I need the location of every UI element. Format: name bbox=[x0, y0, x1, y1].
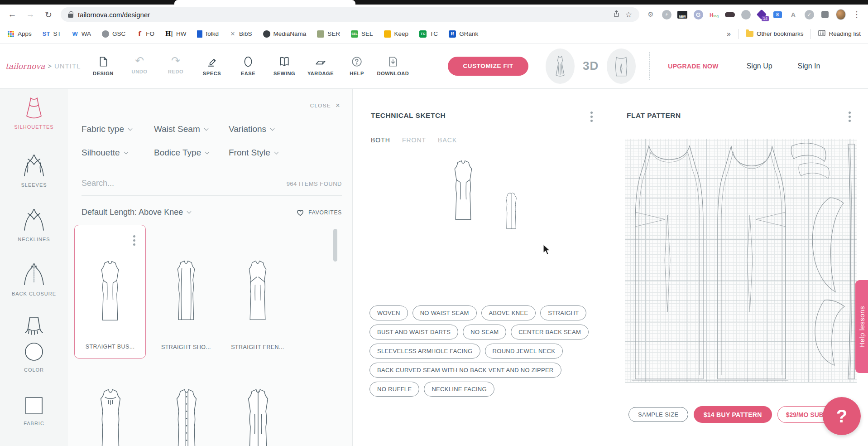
bookmark-item[interactable]: Keep bbox=[384, 30, 409, 38]
bookmark-item[interactable]: ✕BibS bbox=[230, 30, 252, 38]
address-bar[interactable]: tailornova.com/designer ☆ bbox=[61, 7, 639, 22]
tag-pill[interactable]: WOVEN bbox=[369, 305, 408, 320]
silhouette-card[interactable]: STRAIGHT SHO... bbox=[150, 225, 222, 359]
puzzle-extensions-icon[interactable] bbox=[820, 10, 830, 19]
variations-dropdown[interactable]: Variations bbox=[229, 124, 301, 134]
fabric-type-dropdown[interactable]: Fabric type bbox=[82, 124, 154, 134]
lock-icon[interactable] bbox=[68, 11, 73, 18]
front-style-dropdown[interactable]: Front Style bbox=[229, 148, 301, 158]
bookmark-item[interactable]: SER bbox=[317, 30, 340, 38]
url-text[interactable]: tailornova.com/designer bbox=[78, 11, 150, 19]
check-extension-icon[interactable]: ✓ bbox=[804, 10, 814, 19]
tag-pill[interactable]: NO RUFFLE bbox=[369, 382, 419, 397]
help-button[interactable]: HELP bbox=[342, 56, 372, 76]
bookmark-item[interactable]: WWA bbox=[72, 30, 91, 38]
tag-pill[interactable]: ROUND JEWEL NECK bbox=[485, 344, 563, 359]
list-scrollbar[interactable] bbox=[333, 229, 337, 262]
forward-button[interactable]: → bbox=[24, 10, 36, 19]
tag-pill[interactable]: STRAIGHT bbox=[540, 305, 586, 320]
back-button[interactable]: ← bbox=[6, 10, 18, 19]
customize-fit-button[interactable]: CUSTOMIZE FIT bbox=[448, 57, 528, 76]
flash-extension-icon[interactable]: ⚡ bbox=[662, 10, 671, 19]
pattern-grid-canvas[interactable] bbox=[625, 139, 857, 383]
silhouette-card[interactable]: STRAIGHT FREN... bbox=[222, 225, 293, 359]
tag-pill[interactable]: ABOVE KNEE bbox=[481, 305, 536, 320]
sidebar-item-sleeves[interactable]: SLEEVES bbox=[0, 153, 68, 188]
bookmark-item[interactable]: H|HW bbox=[165, 30, 187, 38]
upgrade-now-link[interactable]: UPGRADE NOW bbox=[668, 63, 718, 70]
tab-both[interactable]: BOTH bbox=[371, 136, 390, 144]
bookmark-item[interactable]: TCTC bbox=[419, 30, 438, 38]
tag-extension-icon[interactable]: 8 bbox=[772, 10, 782, 19]
waist-seam-dropdown[interactable]: Waist Seam bbox=[154, 124, 229, 134]
tag-pill[interactable]: CENTER BACK SEAM bbox=[511, 325, 589, 339]
share-icon[interactable] bbox=[613, 10, 621, 20]
search-input[interactable] bbox=[82, 179, 287, 188]
mask-extension-icon[interactable] bbox=[725, 10, 735, 19]
tag-pill[interactable]: BUST AND WAIST DARTS bbox=[369, 325, 458, 339]
pinned-extension-icon[interactable]: 14 bbox=[757, 10, 767, 19]
tag-pill[interactable]: SLEEVELESS ARMHOLE FACING bbox=[369, 344, 480, 359]
sample-size-button[interactable]: SAMPLE SIZE bbox=[628, 407, 688, 422]
bookmark-item[interactable]: folkd bbox=[197, 30, 219, 38]
sidebar-item-silhouettes[interactable]: SILHOUETTES bbox=[0, 96, 68, 130]
bookmark-item[interactable]: RGRank bbox=[449, 30, 478, 38]
silhouette-card-selected[interactable]: STRAIGHT BUS... bbox=[74, 225, 146, 359]
buy-pattern-button[interactable]: $14 BUY PATTERN bbox=[694, 406, 772, 423]
sidebar-item-ruffles[interactable] bbox=[0, 315, 68, 336]
design-button[interactable]: DESIGN bbox=[88, 56, 118, 76]
close-panel-button[interactable]: CLOSE× bbox=[310, 102, 340, 110]
silhouette-dropdown[interactable]: Silhouette bbox=[82, 148, 154, 158]
tag-pill[interactable]: BACK CURVED SEAM WITH NO BACK VENT AND N… bbox=[369, 363, 561, 378]
panel-menu-icon[interactable] bbox=[849, 112, 851, 122]
default-length-dropdown[interactable]: Default Length: Above Knee bbox=[82, 208, 191, 217]
download-button[interactable]: DOWNLOAD bbox=[378, 56, 408, 76]
undo-button[interactable]: ↶ UNDO bbox=[125, 56, 154, 76]
bookmark-item[interactable]: SELSEL bbox=[351, 30, 373, 38]
tag-pill[interactable]: NO SEAM bbox=[463, 325, 506, 339]
browser-menu-icon[interactable]: ⋮ bbox=[852, 10, 862, 19]
sidebar-item-fabric[interactable]: FABRIC bbox=[0, 395, 68, 426]
help-floating-button[interactable]: ? bbox=[823, 397, 861, 435]
bookmark-item[interactable]: MediaNama bbox=[263, 30, 307, 38]
tailornova-logo[interactable]: tailornova bbox=[5, 62, 45, 71]
bookmark-star-icon[interactable]: ☆ bbox=[625, 10, 632, 19]
silhouette-card[interactable] bbox=[244, 386, 273, 446]
sidebar-item-back-closure[interactable]: BACK CLOSURE bbox=[0, 262, 68, 296]
bookmarks-overflow-chevron[interactable]: » bbox=[727, 30, 731, 38]
card-menu-icon[interactable] bbox=[133, 235, 135, 246]
dress-view-button[interactable] bbox=[546, 48, 575, 84]
sidebar-item-color[interactable]: COLOR bbox=[0, 341, 68, 373]
tab-back[interactable]: BACK bbox=[438, 136, 457, 144]
bookmark-item-apps[interactable]: Apps bbox=[7, 30, 32, 38]
gear-extension-icon[interactable]: ⚙ bbox=[646, 10, 656, 19]
ease-button[interactable]: EASE bbox=[233, 56, 263, 76]
other-bookmarks-button[interactable]: Other bookmarks bbox=[746, 30, 804, 37]
bodice-type-dropdown[interactable]: Bodice Type bbox=[154, 148, 229, 158]
hashtag-extension-icon[interactable]: Htag bbox=[709, 10, 719, 19]
design-title[interactable]: UNTITL bbox=[54, 62, 81, 70]
bookmark-item[interactable]: GSC bbox=[102, 30, 125, 38]
sidebar-item-necklines[interactable]: NECKLINES bbox=[0, 208, 68, 242]
ads-extension-icon[interactable]: A bbox=[788, 10, 798, 19]
tag-pill[interactable]: NO WAIST SEAM bbox=[412, 305, 477, 320]
reload-button[interactable]: ↻ bbox=[43, 10, 54, 20]
reading-list-button[interactable]: Reading list bbox=[818, 30, 861, 38]
sewing-button[interactable]: SEWING bbox=[269, 56, 299, 76]
specs-button[interactable]: SPECS bbox=[197, 56, 227, 76]
panel-menu-icon[interactable] bbox=[590, 112, 593, 122]
chat-extension-icon[interactable] bbox=[741, 10, 751, 19]
sign-up-link[interactable]: Sign Up bbox=[747, 62, 772, 70]
bookmark-item[interactable]: fFO bbox=[136, 30, 154, 38]
yardage-button[interactable]: YARDAGE bbox=[306, 56, 336, 76]
grammarly-extension-icon[interactable]: G bbox=[693, 10, 703, 19]
bookmark-item[interactable]: STST bbox=[43, 30, 61, 38]
favorites-button[interactable]: FAVORITES bbox=[296, 208, 342, 217]
sign-in-link[interactable]: Sign In bbox=[798, 62, 820, 70]
tag-pill[interactable]: NECKLINE FACING bbox=[424, 382, 494, 397]
profile-avatar[interactable] bbox=[836, 10, 846, 19]
3d-view-button[interactable]: 3D bbox=[583, 59, 599, 73]
redo-button[interactable]: ↷ REDO bbox=[161, 56, 191, 76]
tab-front[interactable]: FRONT bbox=[402, 136, 426, 144]
pattern-view-button[interactable] bbox=[607, 48, 636, 84]
